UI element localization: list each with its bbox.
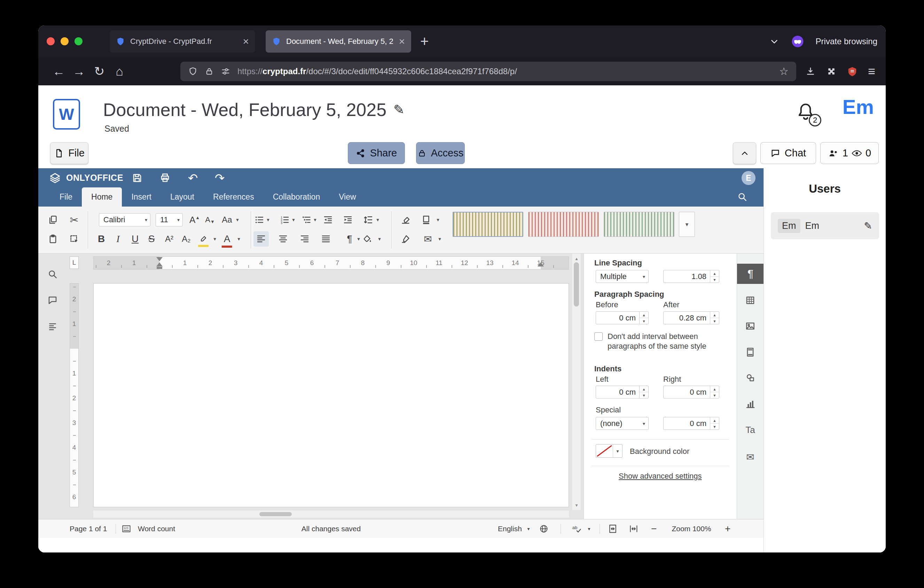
increase-indent-icon[interactable]: [343, 215, 353, 225]
spell-check-icon[interactable]: ab: [571, 524, 581, 534]
horizontal-scrollbar[interactable]: [93, 510, 569, 518]
vertical-scrollbar-thumb[interactable]: [574, 262, 579, 307]
font-name-select[interactable]: Calibri▾: [99, 213, 150, 226]
style-preview-heading[interactable]: [604, 212, 674, 237]
fit-width-icon[interactable]: [629, 524, 639, 534]
menu-insert[interactable]: Insert: [122, 187, 161, 206]
chat-button[interactable]: Chat: [761, 142, 816, 164]
mail-merge-settings-tab[interactable]: ✉: [746, 451, 754, 463]
navigation-headings-icon[interactable]: [47, 321, 58, 332]
nonprinting-characters-icon[interactable]: ¶: [347, 233, 352, 244]
spell-check-dropdown-icon[interactable]: ▾: [588, 526, 590, 532]
account-avatar[interactable]: Em: [843, 95, 874, 119]
comments-icon[interactable]: [47, 295, 58, 306]
increase-font-icon[interactable]: A▲: [190, 215, 200, 225]
multilevel-list-icon[interactable]: [301, 215, 312, 225]
highlight-color-button[interactable]: [198, 234, 208, 244]
font-color-button[interactable]: A: [224, 233, 231, 244]
menu-view[interactable]: View: [329, 187, 365, 206]
hamburger-menu-icon[interactable]: ≡: [868, 64, 875, 79]
left-indent-marker[interactable]: [157, 267, 162, 269]
collaborator-avatar[interactable]: E: [742, 171, 756, 185]
align-center-button[interactable]: [278, 234, 288, 244]
style-preview-normal[interactable]: [453, 212, 523, 237]
tab-close-icon[interactable]: ×: [243, 36, 249, 47]
horizontal-ruler[interactable]: 12123456789101112131415: [93, 256, 569, 269]
menu-file[interactable]: File: [50, 187, 82, 206]
minimize-window-button[interactable]: [61, 37, 69, 45]
shading-bucket-icon[interactable]: [363, 234, 372, 244]
zoom-out-button[interactable]: −: [651, 523, 657, 534]
background-color-picker[interactable]: ▾: [596, 444, 622, 458]
bookmark-star-icon[interactable]: ☆: [779, 65, 789, 77]
document-page[interactable]: [93, 283, 569, 507]
scroll-down-icon[interactable]: ▾: [572, 501, 581, 509]
underline-button[interactable]: U: [132, 233, 139, 244]
redo-icon[interactable]: ↷: [215, 171, 225, 185]
rename-pencil-icon[interactable]: ✎: [393, 102, 404, 117]
strikethrough-button[interactable]: S: [148, 233, 155, 244]
scroll-up-icon[interactable]: ▴: [572, 254, 581, 263]
header-footer-settings-tab[interactable]: [745, 347, 756, 357]
ublock-origin-icon[interactable]: [847, 66, 858, 77]
lock-icon[interactable]: [205, 67, 214, 76]
menu-references[interactable]: References: [204, 187, 264, 206]
tab-stop-selector[interactable]: L: [69, 256, 79, 269]
word-count-icon[interactable]: 123: [121, 524, 132, 534]
bullet-list-icon[interactable]: [254, 215, 265, 225]
downloads-icon[interactable]: [805, 66, 816, 77]
bold-button[interactable]: B: [98, 233, 105, 244]
image-settings-tab[interactable]: [745, 321, 756, 331]
font-size-select[interactable]: 11▾: [156, 213, 183, 226]
notifications-bell[interactable]: 2: [795, 101, 818, 126]
decrease-font-icon[interactable]: A▼: [205, 215, 215, 224]
undo-icon[interactable]: ↶: [188, 171, 198, 185]
list-all-tabs-chevron-icon[interactable]: [769, 36, 779, 47]
page-color-icon[interactable]: [421, 215, 431, 225]
line-spacing-amount-input[interactable]: 1.08▴▾: [663, 270, 719, 283]
user-list-item[interactable]: Em Em ✎: [771, 212, 879, 239]
tab-document[interactable]: Document - Wed, February 5, 2 ×: [266, 30, 411, 53]
language-selector[interactable]: English: [498, 525, 522, 533]
file-button[interactable]: File: [50, 142, 88, 164]
editor-search-icon[interactable]: [737, 192, 747, 202]
subscript-button[interactable]: A₂: [182, 234, 190, 244]
collapse-toolbar-button[interactable]: [733, 142, 756, 164]
table-settings-tab[interactable]: [745, 295, 756, 306]
horizontal-scrollbar-thumb[interactable]: [259, 512, 292, 516]
spacing-after-input[interactable]: 0.28 cm▴▾: [663, 311, 719, 324]
align-right-button[interactable]: [299, 234, 310, 244]
style-gallery-expand-icon[interactable]: ▾: [679, 212, 695, 237]
maximize-window-button[interactable]: [74, 37, 82, 45]
vertical-scrollbar[interactable]: ▴ ▾: [572, 254, 581, 510]
chart-settings-tab[interactable]: [745, 399, 756, 409]
mail-merge-envelope-icon[interactable]: ✉: [424, 233, 432, 245]
reload-icon[interactable]: ↻: [89, 64, 109, 79]
cut-icon[interactable]: ✂: [69, 214, 78, 226]
copy-icon[interactable]: [48, 215, 58, 225]
change-case-icon[interactable]: Aa: [222, 215, 232, 225]
numbered-list-icon[interactable]: 123: [280, 215, 290, 225]
menu-collaboration[interactable]: Collaboration: [264, 187, 330, 206]
share-button[interactable]: Share: [348, 142, 405, 164]
hanging-indent-marker[interactable]: [156, 262, 163, 266]
page-indicator[interactable]: Page 1 of 1: [69, 525, 107, 533]
zoom-in-button[interactable]: +: [725, 523, 731, 534]
indent-right-input[interactable]: 0 cm▴▾: [663, 386, 719, 398]
shape-settings-tab[interactable]: [745, 373, 756, 383]
extensions-puzzle-icon[interactable]: [826, 66, 837, 77]
select-all-icon[interactable]: [69, 234, 79, 244]
print-icon[interactable]: [160, 172, 171, 183]
tab-close-icon[interactable]: ×: [399, 36, 405, 47]
line-spacing-select[interactable]: Multiple▾: [596, 270, 648, 283]
tab-cryptdrive[interactable]: CryptDrive - CryptPad.fr ×: [110, 30, 255, 53]
superscript-button[interactable]: A²: [165, 234, 173, 244]
tracking-protection-shield-icon[interactable]: [188, 66, 198, 76]
line-spacing-icon[interactable]: [363, 215, 374, 225]
fit-page-icon[interactable]: [607, 524, 618, 534]
special-amount-input[interactable]: 0 cm▴▾: [663, 417, 719, 430]
language-dropdown-icon[interactable]: ▾: [527, 526, 530, 532]
save-icon[interactable]: [132, 172, 143, 183]
address-bar[interactable]: https://cryptpad.fr/doc/#/3/doc/edit/ff0…: [180, 62, 796, 81]
decrease-indent-icon[interactable]: [323, 215, 333, 225]
